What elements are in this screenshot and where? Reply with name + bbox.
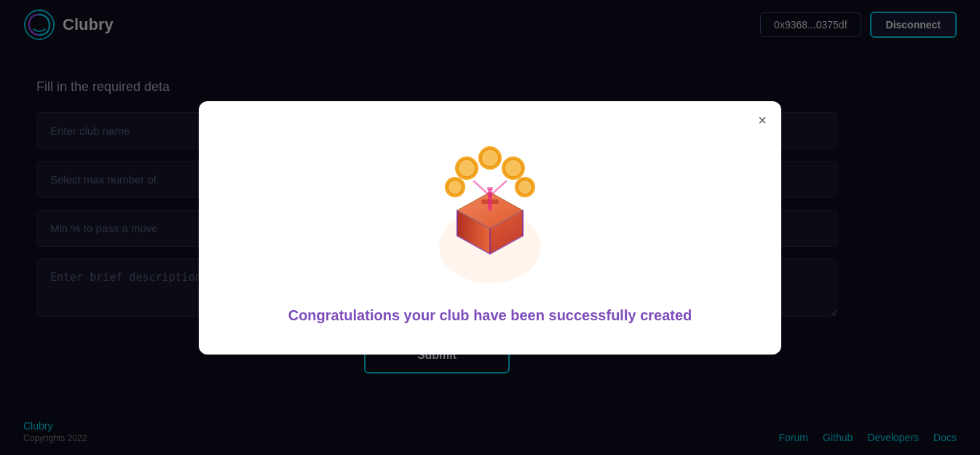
modal-overlay: × bbox=[0, 0, 980, 455]
svg-rect-12 bbox=[487, 187, 493, 190]
modal-message: Congratulations your club have been succ… bbox=[288, 305, 692, 325]
success-modal: × bbox=[199, 101, 781, 355]
success-illustration bbox=[417, 130, 563, 290]
modal-close-button[interactable]: × bbox=[758, 113, 767, 127]
svg-rect-11 bbox=[488, 189, 492, 210]
